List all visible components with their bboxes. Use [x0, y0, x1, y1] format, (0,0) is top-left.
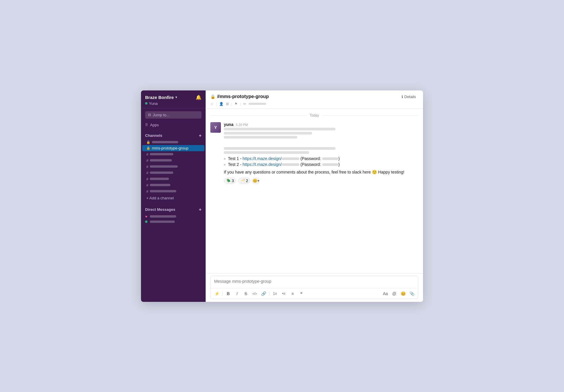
- channel-item[interactable]: #: [142, 170, 204, 176]
- details-label: Details: [404, 95, 416, 99]
- workspace-chevron-icon: ▾: [175, 95, 177, 99]
- add-dm-icon[interactable]: +: [199, 207, 202, 212]
- strikethrough-icon: S: [244, 291, 247, 296]
- dm-item[interactable]: ♥: [141, 213, 206, 220]
- search-placeholder: Jump to...: [153, 113, 169, 117]
- online-dot: [145, 221, 147, 223]
- sidebar: Braze Bonfire ▾ 🔔 Yuna ⊟ Jump to... ⠿ Ap…: [141, 90, 206, 302]
- test1-link[interactable]: https://t.maze.design/: [243, 156, 299, 161]
- message-meta: yuna 5.20 PM: [224, 122, 418, 127]
- lightning-icon: ⚡: [214, 291, 219, 296]
- edit-icon[interactable]: ✏: [243, 102, 246, 106]
- unordered-list-button[interactable]: •≡: [280, 290, 288, 297]
- message-body: If you have any questions or comments ab…: [224, 169, 418, 175]
- person-icon: 👤: [219, 102, 224, 106]
- hash-icon: #: [146, 158, 148, 163]
- code-button[interactable]: </>: [251, 290, 258, 297]
- test2-link[interactable]: https://t.maze.design/: [243, 162, 299, 167]
- link-button[interactable]: 🔗: [260, 290, 267, 297]
- reaction-toast[interactable]: 🥂 2: [238, 178, 250, 184]
- ordered-list-button[interactable]: 1≡: [271, 290, 279, 297]
- messages-area[interactable]: Today Y yuna 5.20 PM: [206, 109, 423, 273]
- workspace-name[interactable]: Braze Bonfire ▾: [145, 95, 177, 100]
- message-text-line: [224, 132, 312, 134]
- lightning-button[interactable]: ⚡: [213, 290, 221, 297]
- app-window: Braze Bonfire ▾ 🔔 Yuna ⊟ Jump to... ⠿ Ap…: [141, 90, 423, 302]
- italic-button[interactable]: I: [233, 290, 241, 297]
- search-bar[interactable]: ⊟ Jump to...: [145, 111, 202, 119]
- dm-label: [150, 221, 175, 223]
- add-channel-icon[interactable]: +: [199, 133, 202, 138]
- workspace-row: Braze Bonfire ▾ 🔔: [145, 95, 202, 100]
- code-icon: </>: [252, 292, 257, 295]
- test-links-list: Test 1 - https://t.maze.design/ (Passwor…: [224, 156, 418, 167]
- bold-button[interactable]: B: [224, 290, 232, 297]
- message-input[interactable]: [211, 276, 418, 287]
- mention-button[interactable]: @: [390, 290, 398, 297]
- bell-icon[interactable]: 🔔: [196, 95, 202, 100]
- dm-section-header: Direct Messages +: [141, 203, 206, 213]
- star-icon[interactable]: ☆: [210, 102, 214, 106]
- lock-icon: 🔒: [146, 146, 150, 150]
- toolbar-separator: [222, 291, 223, 296]
- mention-icon: @: [392, 291, 396, 296]
- hash-icon: #: [146, 183, 148, 187]
- toolbar-separator: [269, 291, 269, 296]
- sidebar-header: Braze Bonfire ▾ 🔔 Yuna: [141, 90, 206, 108]
- reactions-row: 🪲 3 🥂 2 😊+: [224, 178, 418, 184]
- add-reaction-button[interactable]: 😊+: [252, 178, 260, 184]
- blockquote-icon: ❝: [300, 291, 303, 296]
- toolbar-row: ⚡ B I S </> 🔗: [211, 288, 418, 299]
- bullet: [224, 158, 226, 160]
- message-text-line: [224, 136, 297, 139]
- channel-item[interactable]: #: [142, 176, 204, 182]
- channel-item[interactable]: #: [142, 164, 204, 170]
- blockquote-button[interactable]: ❝: [298, 290, 305, 297]
- apps-row[interactable]: ⠿ Apps: [141, 120, 206, 129]
- message-author: yuna: [224, 122, 234, 127]
- ul-icon: •≡: [282, 292, 285, 296]
- dm-item[interactable]: [141, 220, 206, 224]
- indent-button[interactable]: ≡: [289, 290, 296, 297]
- channel-item[interactable]: #: [142, 182, 204, 188]
- emoji-button[interactable]: 😊: [399, 290, 407, 297]
- indent-icon: ≡: [291, 291, 294, 296]
- password2-value: [322, 163, 338, 166]
- hash-icon: #: [146, 164, 148, 169]
- italic-icon: I: [236, 291, 238, 296]
- active-channel-label: mms-prototype-group: [152, 146, 188, 150]
- channel-item[interactable]: #: [142, 188, 204, 194]
- add-channel-button[interactable]: + Add a channel: [142, 194, 204, 202]
- username-label: Yuna: [149, 101, 158, 106]
- hash-icon: #: [146, 152, 148, 157]
- avatar: Y: [210, 122, 221, 133]
- bold-icon: B: [227, 291, 230, 296]
- apps-label: Apps: [150, 123, 159, 127]
- link-icon: 🔗: [261, 291, 266, 296]
- test2-text: Test 2 - https://t.maze.design/ (Passwor…: [228, 162, 340, 167]
- ol-icon: 1≡: [273, 292, 277, 296]
- strikethrough-button[interactable]: S: [242, 290, 250, 297]
- lock-icon: 🔒: [146, 140, 150, 144]
- password1-label: (Password:: [301, 156, 321, 161]
- font-size-button[interactable]: Aa: [382, 290, 389, 297]
- password1-value: [322, 157, 338, 160]
- hash-icon: #: [146, 177, 148, 181]
- channel-item-active[interactable]: 🔒 mms-prototype-group: [142, 145, 204, 151]
- channel-item[interactable]: #: [142, 157, 204, 164]
- message-text-line: [224, 151, 309, 154]
- test1-text: Test 1 - https://t.maze.design/ (Passwor…: [228, 156, 340, 161]
- channel-item[interactable]: 🔒: [142, 139, 204, 145]
- details-button[interactable]: ℹ Details: [399, 93, 418, 100]
- message-time: 5.20 PM: [236, 123, 248, 127]
- add-channel-label: + Add a channel: [146, 196, 174, 200]
- channel-item[interactable]: #: [142, 151, 204, 157]
- reaction-bug[interactable]: 🪲 3: [224, 178, 236, 184]
- channel-label: [150, 159, 172, 161]
- attach-button[interactable]: 📎: [408, 290, 416, 297]
- list-item: Test 1 - https://t.maze.design/ (Passwor…: [224, 156, 418, 161]
- test1-label: Test 1 -: [228, 156, 241, 161]
- dm-header-label: Direct Messages: [145, 207, 175, 212]
- channels-section-header: Channels +: [141, 129, 206, 139]
- channel-topic: [249, 103, 266, 105]
